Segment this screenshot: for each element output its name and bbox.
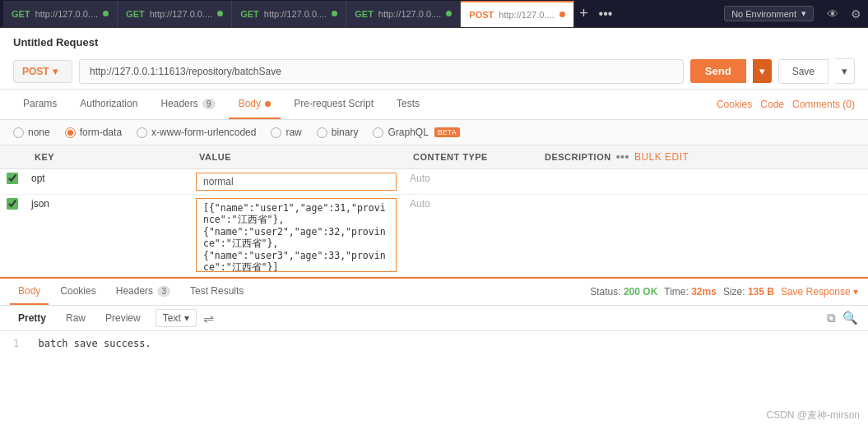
value-header: VALUE	[189, 145, 403, 169]
bottom-tab-headers[interactable]: Headers 3	[108, 279, 179, 305]
body-type-urlencoded[interactable]: x-www-form-urlencoded	[137, 127, 256, 138]
nav-right-links: Cookies Code Comments (0)	[717, 99, 855, 110]
body-type-none[interactable]: none	[13, 127, 50, 138]
row1-checkbox[interactable]	[7, 173, 18, 184]
bottom-section: Body Cookies Headers 3 Test Results Stat…	[0, 277, 868, 356]
tab-dot-3	[332, 11, 337, 16]
send-button[interactable]: Send	[690, 59, 746, 83]
method-value: POST	[22, 66, 49, 77]
row2-checkbox-cell	[0, 195, 25, 278]
tab-dot-1	[103, 11, 109, 16]
row2-key: json	[31, 198, 49, 210]
tab-bar: GET http://127.0.0.... GET http://127.0.…	[0, 0, 868, 28]
response-line-1: batch save success.	[38, 338, 151, 349]
checkbox-header	[0, 145, 25, 169]
environment-selector[interactable]: No Environment ▾	[724, 6, 814, 21]
bottom-tab-test-results[interactable]: Test Results	[182, 279, 252, 305]
body-type-graphql-label: GraphQL	[388, 127, 428, 138]
row2-auto-label: Auto	[410, 198, 430, 210]
radio-raw-icon	[271, 127, 281, 138]
wrap-button[interactable]: ⇌	[203, 311, 214, 326]
save-button[interactable]: Save	[778, 59, 829, 84]
url-label-3: http://127.0.0....	[264, 9, 327, 19]
response-toolbar: Pretty Raw Preview Text ▾ ⇌ ⧉ 🔍	[0, 306, 868, 331]
request-tab-3[interactable]: GET http://127.0.0....	[232, 1, 346, 27]
url-label-5: http://127.0....	[499, 10, 554, 20]
body-type-raw[interactable]: raw	[271, 127, 301, 138]
eye-icon[interactable]: 👁	[824, 5, 842, 23]
resp-tab-pretty[interactable]: Pretty	[10, 309, 54, 327]
tab-tests[interactable]: Tests	[387, 90, 429, 119]
radio-graphql-icon	[373, 127, 383, 138]
gear-icon[interactable]: ⚙	[847, 5, 865, 23]
response-body: 1 batch save success.	[0, 331, 868, 356]
request-tab-2[interactable]: GET http://127.0.0....	[118, 1, 232, 27]
request-tab-1[interactable]: GET http://127.0.0....	[3, 1, 118, 27]
method-selector[interactable]: POST ▾	[13, 60, 72, 83]
row1-key: opt	[31, 173, 45, 184]
body-type-graphql[interactable]: GraphQL BETA	[373, 127, 459, 138]
comments-link[interactable]: Comments (0)	[792, 99, 855, 110]
tab-pre-request[interactable]: Pre-request Script	[284, 90, 383, 119]
radio-formdata-icon	[65, 127, 76, 138]
format-value: Text	[163, 312, 181, 324]
more-options-icon[interactable]: •••	[616, 150, 629, 164]
body-type-urlencoded-label: x-www-form-urlencoded	[151, 127, 256, 138]
save-dropdown-button[interactable]: ▾	[835, 58, 855, 84]
tab-dot-4	[446, 11, 452, 16]
bottom-tab-cookies[interactable]: Cookies	[52, 279, 104, 305]
code-link[interactable]: Code	[760, 99, 784, 110]
cookies-link[interactable]: Cookies	[717, 99, 752, 110]
row1-value-cell[interactable]	[189, 169, 403, 195]
status-bar: Status: 200 OK Time: 32ms Size: 135 B Sa…	[590, 286, 858, 298]
method-label-1: GET	[12, 9, 30, 19]
row2-key-cell: json	[25, 195, 189, 278]
save-response-button[interactable]: Save Response ▾	[781, 286, 858, 298]
row2-checkbox[interactable]	[7, 198, 18, 210]
body-type-raw-label: raw	[285, 127, 301, 138]
method-label-5: POST	[469, 10, 494, 20]
url-label-4: http://127.0.0....	[378, 9, 441, 19]
tab-body[interactable]: Body	[229, 90, 281, 119]
url-bar: POST ▾ Send ▾ Save ▾	[0, 53, 868, 90]
new-tab-button[interactable]: +	[574, 4, 594, 24]
bulk-edit-button[interactable]: Bulk Edit	[634, 151, 689, 163]
format-selector[interactable]: Text ▾	[155, 309, 197, 327]
row1-content-type: Auto	[403, 169, 535, 195]
row2-value-cell[interactable]: [{"name":"user1","age":31,"province":"江西…	[189, 195, 403, 278]
method-chevron-icon: ▾	[53, 66, 58, 77]
body-type-formdata[interactable]: form-data	[65, 127, 122, 138]
radio-urlencoded-icon	[137, 127, 147, 138]
tab-more-button[interactable]: •••	[594, 5, 618, 23]
resp-tab-raw[interactable]: Raw	[58, 309, 94, 327]
time-label: Time: 32ms	[664, 286, 717, 298]
bottom-tab-body[interactable]: Body	[10, 279, 49, 305]
row2-content-type: Auto	[403, 195, 535, 278]
search-icon[interactable]: 🔍	[842, 311, 858, 325]
nav-tabs: Params Authorization Headers 9 Body Pre-…	[0, 90, 868, 120]
copy-icon[interactable]: ⧉	[827, 311, 836, 325]
tab-authorization[interactable]: Authorization	[70, 90, 147, 119]
request-tab-4[interactable]: GET http://127.0.0....	[346, 1, 461, 27]
format-chevron-icon: ▾	[184, 312, 189, 324]
time-value: 32ms	[691, 286, 717, 298]
body-type-binary[interactable]: binary	[317, 127, 359, 138]
row2-value-textarea[interactable]: [{"name":"user1","age":31,"province":"江西…	[196, 198, 397, 272]
url-input[interactable]	[79, 59, 684, 84]
resp-tab-preview[interactable]: Preview	[97, 309, 149, 327]
tab-headers[interactable]: Headers 9	[151, 90, 225, 119]
size-label: Size: 135 B	[723, 286, 774, 298]
description-header: DESCRIPTION ••• Bulk Edit	[535, 145, 868, 168]
form-data-table: KEY VALUE CONTENT TYPE DESCRIPTION ••• B…	[0, 145, 868, 277]
row1-value-input[interactable]	[196, 173, 397, 191]
row2-description	[535, 195, 868, 278]
line-number-1: 1	[13, 338, 19, 349]
content-type-header: CONTENT TYPE	[403, 145, 535, 169]
send-dropdown-button[interactable]: ▾	[753, 59, 772, 83]
tab-params[interactable]: Params	[13, 90, 67, 119]
row1-checkbox-cell	[0, 169, 25, 195]
bottom-tab-bar: Body Cookies Headers 3 Test Results Stat…	[0, 279, 868, 306]
body-type-binary-label: binary	[332, 127, 359, 138]
request-tab-5[interactable]: POST http://127.0....	[461, 1, 573, 27]
url-label-2: http://127.0.0....	[150, 9, 212, 19]
